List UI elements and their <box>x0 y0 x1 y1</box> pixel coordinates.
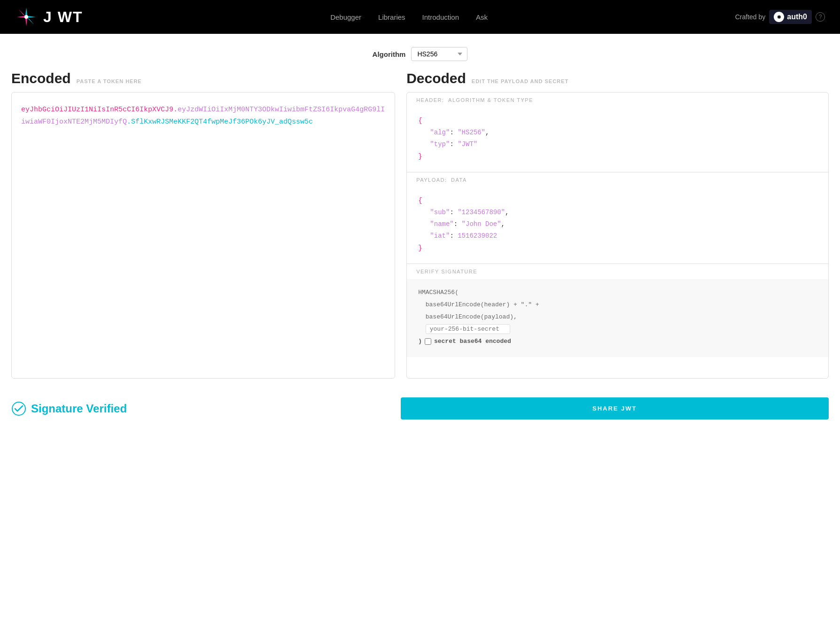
b64-checkbox[interactable] <box>425 338 431 345</box>
navbar: J WT Debugger Libraries Introduction Ask… <box>0 0 840 34</box>
nav-ask[interactable]: Ask <box>476 13 488 21</box>
token-dot1: . <box>173 106 178 114</box>
secret-input[interactable] <box>426 324 510 334</box>
payload-close-brace: } <box>418 244 422 252</box>
logo-text: J WT <box>43 8 83 26</box>
payload-open-brace: { <box>418 197 422 204</box>
hmac-fn: HMACSHA256( <box>418 289 459 296</box>
token-header-part: eyJhbGciOiJIUzI1NiIsInR5cCI6IkpXVCJ9 <box>21 106 173 114</box>
payload-name-value: "John Doe" <box>462 220 501 228</box>
main-content: Encoded PASTE A TOKEN HERE eyJhbGciOiJIU… <box>0 70 840 390</box>
navbar-right: Crafted by ✱ auth0 ? <box>735 10 825 24</box>
token-signature-part: SflKxwRJSMeKKF2QT4fwpMeJf36POk6yJV_adQss… <box>131 118 313 126</box>
header-typ-key: "typ" <box>430 140 450 148</box>
jwt-logo-icon <box>15 6 38 28</box>
token-dot2: . <box>127 118 131 126</box>
header-close-brace: } <box>418 153 422 160</box>
algorithm-select[interactable]: HS256 HS384 HS512 RS256 RS384 RS512 <box>411 47 467 61</box>
algorithm-label: Algorithm <box>373 50 406 58</box>
verify-line2: base64UrlEncode(payload), <box>426 313 517 320</box>
help-icon[interactable]: ? <box>816 12 825 22</box>
encoded-token-box[interactable]: eyJhbGciOiJIUzI1NiIsInR5cCI6IkpXVCJ9.eyJ… <box>11 92 395 379</box>
b64-row: ) secret base64 encoded <box>418 335 817 348</box>
decoded-subtitle: EDIT THE PAYLOAD AND SECRET <box>472 78 568 84</box>
auth0-text: auth0 <box>787 13 807 21</box>
crafted-by-text: Crafted by <box>735 13 766 21</box>
header-open-brace: { <box>418 117 422 124</box>
header-block-label: HEADER: ALGORITHM & TOKEN TYPE <box>407 93 828 108</box>
payload-block: PAYLOAD: DATA { "sub": "1234567890", "na… <box>407 172 828 264</box>
encoded-title: Encoded <box>11 70 71 86</box>
verify-block-content: HMACSHA256( base64UrlEncode(header) + ".… <box>407 279 828 357</box>
nav-debugger[interactable]: Debugger <box>330 13 361 21</box>
decoded-title: Decoded <box>406 70 466 86</box>
payload-block-content[interactable]: { "sub": "1234567890", "name": "John Doe… <box>407 187 828 264</box>
navbar-nav: Debugger Libraries Introduction Ask <box>330 13 488 21</box>
share-jwt-button[interactable]: SHARE JWT <box>401 397 829 419</box>
auth0-badge: ✱ auth0 <box>769 10 812 24</box>
algorithm-row: Algorithm HS256 HS384 HS512 RS256 RS384 … <box>0 34 840 70</box>
verify-line1: base64UrlEncode(header) + "." + <box>426 301 539 308</box>
encoded-panel: Encoded PASTE A TOKEN HERE eyJhbGciOiJIU… <box>11 70 395 379</box>
payload-iat-key: "iat" <box>430 232 450 240</box>
signature-verified: Signature Verified <box>11 401 401 416</box>
decoded-header: Decoded EDIT THE PAYLOAD AND SECRET <box>406 70 829 86</box>
auth0-logo-icon: ✱ <box>774 12 784 22</box>
svg-point-10 <box>12 402 25 415</box>
header-typ-value: "JWT" <box>458 140 477 148</box>
header-alg-value: "HS256" <box>458 129 485 136</box>
encoded-subtitle: PASTE A TOKEN HERE <box>77 78 142 84</box>
verified-text: Signature Verified <box>31 402 127 415</box>
verify-close-paren: ) <box>418 335 422 348</box>
header-block: HEADER: ALGORITHM & TOKEN TYPE { "alg": … <box>407 93 828 172</box>
payload-sub-key: "sub" <box>430 209 450 216</box>
decoded-section: HEADER: ALGORITHM & TOKEN TYPE { "alg": … <box>406 92 829 379</box>
payload-iat-value: 1516239022 <box>458 232 497 240</box>
verified-icon <box>11 401 26 416</box>
b64-label: secret base64 encoded <box>434 335 511 348</box>
payload-block-label: PAYLOAD: DATA <box>407 172 828 187</box>
logo-link[interactable]: J WT <box>15 6 83 28</box>
header-block-content[interactable]: { "alg": "HS256", "typ": "JWT" } <box>407 108 828 172</box>
encoded-header: Encoded PASTE A TOKEN HERE <box>11 70 395 86</box>
nav-introduction[interactable]: Introduction <box>422 13 459 21</box>
verify-block: VERIFY SIGNATURE HMACSHA256( base64UrlEn… <box>407 264 828 378</box>
svg-point-9 <box>24 15 28 19</box>
payload-sub-value: "1234567890" <box>458 209 505 216</box>
verify-block-label: VERIFY SIGNATURE <box>407 264 828 279</box>
nav-libraries[interactable]: Libraries <box>378 13 405 21</box>
header-alg-key: "alg" <box>430 129 450 136</box>
payload-name-key: "name" <box>430 220 453 228</box>
decoded-panel: Decoded EDIT THE PAYLOAD AND SECRET HEAD… <box>406 70 829 379</box>
bottom-bar: Signature Verified SHARE JWT <box>0 390 840 427</box>
